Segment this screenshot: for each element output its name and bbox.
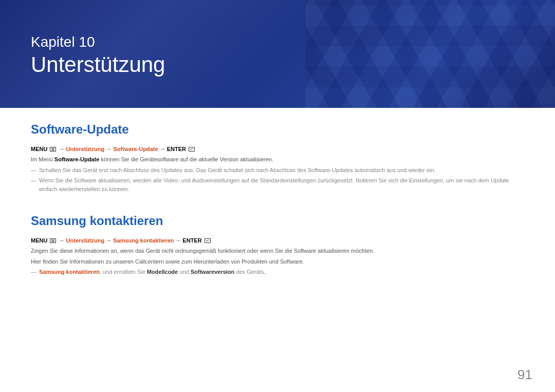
- section-samsung-contact: Samsung kontaktieren MENU → Unterstützun…: [31, 214, 524, 276]
- nav-enter-label: ENTER: [167, 146, 186, 152]
- nav-path-software-update: MENU → Unterstützung → Software-Update →…: [31, 146, 524, 152]
- chapter-label: Kapitel 10: [31, 34, 524, 50]
- nav-arrow: →: [59, 146, 66, 152]
- menu-icon: [50, 147, 56, 152]
- chapter-header-banner: Kapitel 10 Unterstützung: [0, 0, 555, 108]
- page-content: Software-Update MENU → Unterstützung → S…: [0, 108, 555, 276]
- nav-arrow: →: [106, 237, 113, 244]
- nav-segment-2: Software-Update: [113, 146, 158, 152]
- nav-enter-label: ENTER: [182, 237, 201, 244]
- nav-menu-label: MENU: [31, 146, 47, 152]
- body-suffix: können Sie die Gerätesoftware auf die ak…: [99, 156, 273, 162]
- body-prefix: Im Menü: [31, 156, 54, 162]
- note-mid-2: und: [178, 269, 190, 275]
- note-suffix: des Geräts..: [234, 269, 267, 275]
- enter-icon: [205, 238, 211, 243]
- nav-menu-label: MENU: [31, 237, 47, 244]
- nav-arrow: →: [160, 146, 167, 152]
- nav-path-samsung-contact: MENU → Unterstützung → Samsung kontaktie…: [31, 237, 524, 244]
- note-bold-2: Softwareversion: [191, 269, 235, 275]
- nav-arrow: →: [106, 146, 113, 152]
- body-bold: Software-Update: [54, 156, 99, 162]
- page-number: 91: [517, 367, 532, 383]
- section-software-update: Software-Update MENU → Unterstützung → S…: [31, 122, 524, 193]
- note-mid-1: , und ermitteln Sie: [100, 269, 147, 275]
- nav-segment-1: Unterstützung: [66, 237, 105, 244]
- body-text-software-update: Im Menü Software-Update können Sie die G…: [31, 155, 524, 164]
- nav-arrow: →: [175, 237, 182, 244]
- nav-segment-1: Unterstützung: [66, 146, 105, 152]
- note-bold-1: Modellcode: [147, 269, 178, 275]
- note-line-contact: Samsung kontaktieren, und ermitteln Sie …: [31, 268, 524, 276]
- nav-segment-2: Samsung kontaktieren: [113, 237, 174, 244]
- heading-software-update: Software-Update: [31, 122, 524, 137]
- body-text-contact-2: Hier finden Sie Informationen zu unseren…: [31, 257, 524, 266]
- menu-icon: [50, 238, 56, 243]
- chapter-title: Unterstützung: [31, 52, 524, 77]
- note-line-1: Schalten Sie das Gerät erst nach Abschlu…: [31, 166, 524, 175]
- nav-arrow: →: [59, 237, 66, 244]
- note-orange-1: Samsung kontaktieren: [39, 269, 100, 275]
- enter-icon: [189, 147, 195, 152]
- body-text-contact-1: Zeigen Sie diese Informationen an, wenn …: [31, 247, 524, 255]
- heading-samsung-contact: Samsung kontaktieren: [31, 214, 524, 228]
- note-line-2: Wenn Sie die Software aktualisieren, wer…: [31, 176, 524, 193]
